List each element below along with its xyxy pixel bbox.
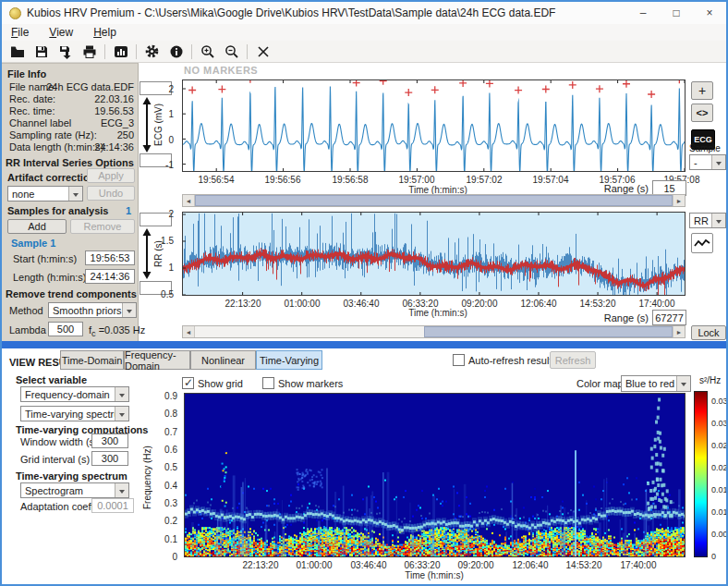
file-info-label: Rec. time: [9,105,55,116]
close-icon[interactable]: × [693,2,726,24]
open-file-icon[interactable] [8,43,26,60]
zoom-in-icon[interactable] [199,43,216,60]
rr-ytick: 1.5 [155,236,174,246]
ecg-waveform-canvas[interactable] [183,80,685,171]
rr-ytick: 2 [155,209,174,219]
lambda-input[interactable]: 500 [48,322,83,336]
scroll-right-icon[interactable]: ► [673,326,685,337]
rr-scroll-thumb[interactable] [424,326,673,337]
show-markers-checkbox[interactable] [262,377,274,389]
spec-xtick: 06:33:20 [396,560,448,570]
variable-type-select[interactable]: Time-varying spectrum [20,406,129,421]
adaptation-coeff-input[interactable]: 0.0001 [91,498,134,513]
spec-ytick: 0.1 [159,534,177,544]
ecg-span-button[interactable]: <> [691,104,713,122]
spectrogram-canvas[interactable] [185,394,685,556]
rr-xtick: 01:00:00 [276,299,328,309]
spec-yaxis-label: Frequency (Hz) [142,422,152,533]
menu-view[interactable]: View [49,26,73,39]
sample-select[interactable]: - [689,154,726,170]
colormap-select[interactable]: Blue to red [621,375,691,392]
report-icon[interactable] [112,43,129,60]
menu-file[interactable]: File [11,26,29,39]
menu-help[interactable]: Help [93,26,116,39]
cutoff-frequency-label: fc =0.035 Hz [89,324,145,338]
sample-start-input[interactable]: 19:56:53 [85,250,135,265]
tab-nonlinear[interactable]: Nonlinear [190,350,256,370]
title-bar: Kubios HRV Premium - C:\Users\Mika\Googl… [2,2,726,24]
toolbar-separator [136,44,137,59]
minimize-icon[interactable]: – [626,2,660,24]
close-data-icon[interactable] [254,43,272,60]
window-width-label: Window width (s) [20,436,98,447]
spectrogram-frame [184,393,686,557]
apply-button[interactable]: Apply [87,168,135,183]
toolbar-separator [247,44,248,59]
show-grid-checkbox[interactable]: ✓ [182,377,194,389]
sample-select-label: Sample [689,143,721,153]
ecg-xtick: 19:57:04 [525,175,576,185]
add-sample-button[interactable]: Add [7,219,67,234]
save-icon[interactable] [32,43,50,60]
tab-time-varying[interactable]: Time-Varying [256,350,322,370]
tv-spectrum-title: Time-varying spectrum [16,470,127,482]
file-info-value: 24h ECG data.EDF [46,81,134,92]
spectrum-method-select[interactable]: Spectrogram [20,482,129,498]
ecg-scrollbar[interactable]: ◄ ► [182,194,686,207]
zoom-out-icon[interactable] [223,43,240,60]
rr-xtick: 17:40:00 [631,299,683,309]
rr-scrollbar[interactable]: ◄ ► [182,325,686,338]
colorbar-tick: 0.015 [711,485,726,494]
colorbar-tick: 0.005 [711,530,726,539]
left-settings-panel: File Info File name: 24h ECG data.EDF Re… [2,63,139,343]
lock-button[interactable]: Lock [691,325,726,340]
spec-ytick: 0.5 [159,462,177,472]
undo-button[interactable]: Undo [87,186,135,201]
spec-ytick: 0.2 [159,516,177,526]
info-icon[interactable] [167,43,185,60]
window-width-input[interactable]: 300 [91,433,128,448]
ecg-scroll-thumb[interactable] [195,195,673,206]
ecg-scroll-track[interactable] [195,195,673,206]
window-title: Kubios HRV Premium - C:\Users\Mika\Googl… [27,6,555,19]
detrend-method-select[interactable]: Smoothn priors [48,302,137,318]
remove-sample-button[interactable]: Remove [70,219,135,234]
artifact-correction-select[interactable]: none [7,186,83,201]
scroll-left-icon[interactable]: ◄ [183,195,195,206]
rr-ytick: 0.5 [155,289,174,299]
scroll-right-icon[interactable]: ► [673,195,685,206]
rr-yaxis-arrow-icon[interactable] [142,228,152,279]
tab-frequency-domain[interactable]: Frequency-Domain [124,350,190,370]
rr-ytick: 1 [155,262,174,273]
spec-xtick: 03:46:40 [343,560,394,570]
rr-series-canvas[interactable] [183,213,685,295]
grid-interval-input[interactable]: 300 [91,451,128,466]
rr-series-select[interactable]: RR [689,213,726,228]
refresh-button[interactable]: Refresh [550,351,596,369]
file-info-label: Channel label [9,117,71,128]
lambda-label: Lambda [9,324,46,336]
maximize-icon[interactable]: □ [660,2,693,24]
rr-range-input[interactable]: 67277 [652,310,686,325]
ecg-yaxis-arrow-icon[interactable] [142,97,152,153]
artifact-correction-label: Artifact correction [7,172,95,183]
rr-xtick: 12:06:40 [513,299,564,309]
ecg-zoom-button[interactable]: + [691,81,713,100]
colorbar-tick: 0 [711,552,726,561]
settings-gear-icon[interactable] [143,43,161,60]
auto-refresh-checkbox[interactable] [453,354,465,366]
app-icon [9,7,21,19]
sample-length-input[interactable]: 24:14:36 [85,269,135,284]
export-icon[interactable] [56,43,74,60]
file-info-label: Rec. date: [9,93,55,104]
print-icon[interactable] [80,43,98,60]
file-info-value: 24:14:36 [94,141,134,153]
rr-scroll-track[interactable] [195,326,673,337]
colorbar-tick: 0.01 [711,507,726,517]
spec-ytick: 0.9 [159,391,177,401]
rr-waveform-button[interactable] [691,233,713,253]
detrend-title: Remove trend components [6,288,137,299]
tab-time-domain[interactable]: Time-Domain [60,350,124,370]
scroll-left-icon[interactable]: ◄ [183,326,195,337]
variable-domain-select[interactable]: Frequency-domain [20,386,129,402]
